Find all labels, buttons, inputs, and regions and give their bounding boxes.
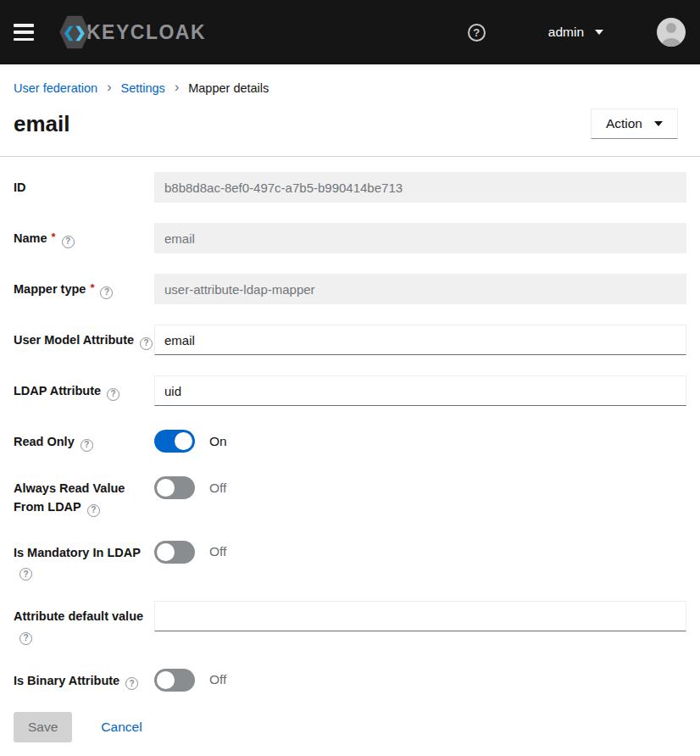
field-label-read-only: Read Only <box>14 426 154 452</box>
form-row-name: Name* <box>14 223 686 253</box>
help-circle-icon[interactable] <box>62 236 75 248</box>
field-label-mapper-type: Mapper type* <box>14 274 154 299</box>
field-label-is-mandatory: Is Mandatory In LDAP <box>14 537 154 581</box>
field-label-user-model-attribute: User Model Attribute <box>14 325 154 350</box>
always-read-value-toggle[interactable] <box>154 476 195 499</box>
action-dropdown-label: Action <box>606 116 642 131</box>
help-circle-icon[interactable] <box>19 568 32 581</box>
page-title: email <box>14 111 70 137</box>
username: admin <box>548 25 584 40</box>
caret-down-icon <box>595 30 603 35</box>
toggle-knob <box>157 543 175 561</box>
read-only-toggle[interactable] <box>154 430 195 453</box>
page-header: email Action <box>0 100 700 156</box>
field-label-id: ID <box>14 172 154 197</box>
form-actions: Save Cancel <box>0 712 700 742</box>
toggle-state-label: Off <box>209 544 226 559</box>
toggle-state-label: Off <box>209 672 226 687</box>
caret-down-icon <box>654 121 663 126</box>
breadcrumb: User federation Settings Mapper details <box>0 64 700 100</box>
form-row-user-model-attribute: User Model Attribute <box>14 325 686 355</box>
hamburger-menu-icon[interactable] <box>14 24 34 41</box>
form-row-read-only: Read Only On <box>14 426 686 453</box>
keycloak-logo[interactable]: ❮❯ KEYCLOAK <box>59 15 206 49</box>
field-label-always-read-value: Always Read Value From LDAP <box>14 473 154 517</box>
form-row-attribute-default-value: Attribute default value <box>14 601 686 645</box>
form-row-id: ID <box>14 172 686 203</box>
help-circle-icon[interactable] <box>107 388 119 401</box>
toggle-knob <box>175 432 192 450</box>
form-row-always-read-value: Always Read Value From LDAP Off <box>14 473 686 517</box>
toggle-knob <box>157 671 175 689</box>
id-field[interactable] <box>154 172 686 203</box>
save-button[interactable]: Save <box>14 712 72 742</box>
mapper-type-field[interactable] <box>154 274 686 304</box>
required-marker: * <box>90 281 94 294</box>
brand-text: KEYCLOAK <box>86 21 206 44</box>
masthead-right: admin <box>468 18 686 47</box>
help-circle-icon[interactable] <box>100 286 113 299</box>
action-dropdown-button[interactable]: Action <box>591 108 678 139</box>
is-binary-attribute-toggle[interactable] <box>154 669 195 692</box>
help-circle-icon[interactable] <box>81 439 93 452</box>
form-row-is-binary-attribute: Is Binary Attribute Off <box>14 665 686 692</box>
user-model-attribute-field[interactable] <box>154 325 686 355</box>
field-label-ldap-attribute: LDAP Attribute <box>14 375 154 401</box>
help-circle-icon[interactable] <box>19 632 32 645</box>
help-icon[interactable] <box>468 24 486 42</box>
name-field[interactable] <box>154 223 686 253</box>
toggle-state-label: Off <box>209 481 226 496</box>
user-dropdown[interactable]: admin <box>548 25 603 40</box>
ldap-attribute-field[interactable] <box>154 375 686 406</box>
field-label-attribute-default-value: Attribute default value <box>14 601 154 645</box>
help-circle-icon[interactable] <box>125 677 138 690</box>
breadcrumb-mapper-details: Mapper details <box>188 81 269 95</box>
breadcrumb-user-federation[interactable]: User federation <box>14 81 97 95</box>
help-circle-icon[interactable] <box>140 337 153 350</box>
help-circle-icon[interactable] <box>87 504 100 517</box>
toggle-knob <box>157 479 175 497</box>
form-row-mapper-type: Mapper type* <box>14 274 686 304</box>
breadcrumb-separator-icon <box>175 81 179 95</box>
mapper-details-form: ID Name* Mapper type* User Model Attribu… <box>0 157 700 692</box>
breadcrumb-separator-icon <box>107 81 111 95</box>
is-mandatory-toggle[interactable] <box>154 541 195 564</box>
keycloak-hexagon-icon: ❮❯ <box>59 15 90 49</box>
form-row-ldap-attribute: LDAP Attribute <box>14 375 686 406</box>
field-label-is-binary-attribute: Is Binary Attribute <box>14 665 154 691</box>
required-marker: * <box>52 231 56 243</box>
attribute-default-value-field[interactable] <box>154 601 686 631</box>
field-label-name: Name* <box>14 223 154 248</box>
toggle-state-label: On <box>209 434 227 449</box>
masthead: ❮❯ KEYCLOAK admin <box>0 0 700 64</box>
cancel-button[interactable]: Cancel <box>101 720 142 735</box>
form-row-is-mandatory: Is Mandatory In LDAP Off <box>14 537 686 581</box>
avatar[interactable] <box>657 18 686 47</box>
breadcrumb-settings[interactable]: Settings <box>120 81 164 95</box>
